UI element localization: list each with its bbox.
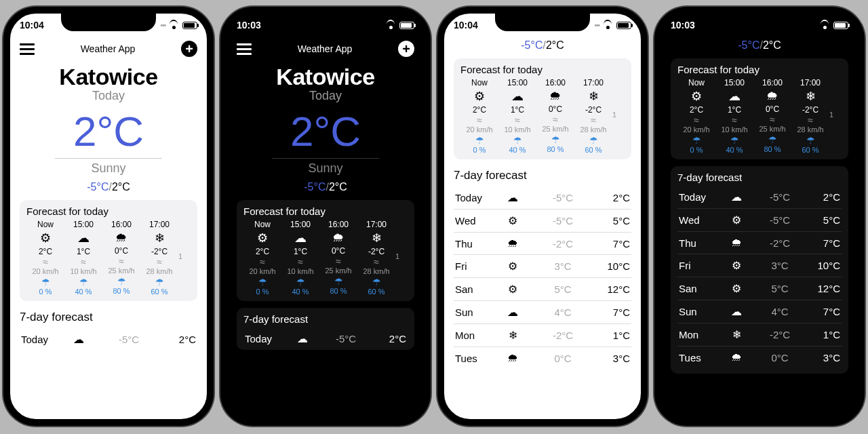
current-temp: 2°C — [237, 107, 414, 155]
umbrella-icon — [319, 276, 357, 287]
day-label: Today — [245, 333, 285, 344]
hour-time: 15:00 — [715, 78, 753, 87]
hour-col[interactable]: 17:00-2°C28 km/h60 % — [140, 220, 178, 296]
daily-row[interactable]: Thu-2°C7°C — [677, 232, 842, 254]
daily-row[interactable]: Tues0°C3°C — [677, 347, 842, 368]
hour-wind: 28 km/h — [574, 125, 612, 134]
hour-wind: 10 km/h — [281, 267, 319, 275]
daily-row[interactable]: Fri3°C10°C — [677, 254, 842, 277]
day-high: 7°C — [596, 238, 630, 250]
daily-row[interactable]: Mon-2°C1°C — [454, 324, 631, 347]
daily-row[interactable]: Today-5°C2°C — [454, 186, 631, 210]
day-label: Mon — [455, 330, 496, 341]
hourly-scroll[interactable]: Now2°C20 km/h0 %15:001°C10 km/h40 %16:00… — [26, 220, 191, 296]
daily-row[interactable]: Thu-2°C7°C — [454, 233, 631, 255]
day-low: -5°C — [96, 334, 162, 345]
hour-rain: 60 % — [140, 288, 178, 296]
hour-wind: 20 km/h — [677, 125, 715, 134]
hour-col[interactable]: 16:000°C25 km/h80 % — [536, 78, 574, 154]
hour-rain: 80 % — [319, 287, 357, 295]
hour-temp: 1°C — [498, 105, 536, 115]
day-label: Today — [679, 191, 719, 203]
hour-col[interactable]: 15:001°C10 km/h40 % — [498, 78, 536, 154]
hour-col[interactable]: 17:00-2°C28 km/h60 % — [574, 78, 612, 154]
battery-icon — [182, 22, 197, 29]
day-label: Wed — [679, 214, 719, 226]
day-high: 5°C — [806, 214, 840, 226]
day-low: 0°C — [753, 352, 806, 363]
daily-row[interactable]: San5°C12°C — [454, 278, 631, 301]
hour-col[interactable]: Now2°C20 km/h0 % — [26, 220, 64, 296]
day-high: 2°C — [806, 191, 840, 203]
daily-row[interactable]: Wed-5°C5°C — [677, 209, 842, 232]
menu-icon[interactable] — [237, 43, 252, 55]
cloud-icon — [281, 231, 319, 245]
rain-icon — [753, 89, 791, 103]
hour-time: Now — [677, 78, 715, 87]
hour-col[interactable]: 16:000°C25 km/h80 % — [102, 220, 140, 296]
hour-temp: -2°C — [791, 105, 829, 115]
day-label: Wed — [455, 215, 496, 226]
wind-icon — [498, 115, 536, 125]
cloud-icon — [285, 332, 319, 345]
hour-col[interactable]: Now2°C20 km/h0 % — [243, 220, 281, 296]
day-high: 7°C — [806, 237, 840, 249]
battery-icon — [616, 22, 631, 29]
add-button[interactable]: + — [398, 41, 414, 57]
hour-col[interactable]: 15:001°C10 km/h40 % — [281, 220, 319, 296]
hourly-scroll[interactable]: Now2°C20 km/h0 %15:001°C10 km/h40 %16:00… — [460, 78, 625, 154]
daily-row[interactable]: Today-5°C2°C — [677, 186, 842, 209]
day-high: 10°C — [806, 260, 840, 271]
hour-time: Now — [26, 220, 64, 229]
hour-rain: 80 % — [536, 145, 574, 153]
day-high: 12°C — [806, 283, 840, 294]
day-high: 7°C — [806, 306, 840, 317]
daily-row[interactable]: Today-5°C2°C — [20, 328, 197, 351]
daily-row[interactable]: Tues0°C3°C — [454, 347, 631, 369]
daily-row[interactable]: Sun4°C7°C — [454, 301, 631, 324]
hourly-scroll[interactable]: Now2°C20 km/h0 %15:001°C10 km/h40 %16:00… — [677, 78, 842, 154]
divider — [55, 158, 161, 159]
day-high: 1°C — [806, 329, 840, 340]
hour-wind: 10 km/h — [498, 125, 536, 134]
clock: 10:04 — [454, 20, 478, 31]
battery-icon — [399, 22, 414, 29]
umbrella-icon — [64, 277, 102, 288]
day-low: -2°C — [530, 330, 596, 341]
daily-row[interactable]: Fri3°C10°C — [454, 255, 631, 278]
hour-time: Now — [243, 220, 281, 229]
daily-row[interactable]: Mon-2°C1°C — [677, 323, 842, 347]
hour-time: 16:00 — [102, 220, 140, 229]
hour-col[interactable]: 17:00-2°C28 km/h60 % — [791, 78, 829, 154]
hour-col[interactable]: 16:000°C25 km/h80 % — [753, 78, 791, 154]
wind-icon — [319, 256, 357, 267]
hour-rain: 40 % — [715, 146, 753, 154]
day-label: Fri — [455, 260, 496, 272]
daily-row[interactable]: Today-5°C2°C — [243, 328, 408, 350]
snow-icon — [574, 89, 612, 104]
add-button[interactable]: + — [181, 41, 197, 57]
umbrella-icon — [677, 135, 715, 146]
cloud-icon — [715, 89, 753, 104]
hour-col[interactable]: 17:00-2°C28 km/h60 % — [357, 220, 395, 296]
hour-wind: 25 km/h — [102, 267, 140, 275]
menu-icon[interactable] — [20, 43, 35, 55]
sun-icon — [719, 214, 753, 226]
daily-row[interactable]: Sun4°C7°C — [677, 300, 842, 323]
hour-col[interactable]: Now2°C20 km/h0 % — [677, 78, 715, 154]
hourly-scroll[interactable]: Now2°C20 km/h0 %15:001°C10 km/h40 %16:00… — [243, 220, 408, 296]
clock: 10:04 — [20, 20, 44, 31]
daily-row[interactable]: San5°C12°C — [677, 277, 842, 300]
snow-icon — [791, 89, 829, 104]
hour-wind: 28 km/h — [140, 267, 178, 275]
hour-col[interactable]: 15:001°C10 km/h40 % — [64, 220, 102, 296]
hour-col[interactable]: 15:001°C10 km/h40 % — [715, 78, 753, 154]
daily-list: Today-5°C2°C — [243, 328, 408, 350]
hour-col[interactable]: Now2°C20 km/h0 % — [460, 78, 498, 154]
hour-col[interactable]: 16:000°C25 km/h80 % — [319, 220, 357, 296]
clock: 10:03 — [237, 20, 261, 31]
hour-time: 16:00 — [536, 78, 574, 87]
hour-time: 17:00 — [140, 220, 178, 229]
daily-row[interactable]: Wed-5°C5°C — [454, 210, 631, 233]
daily-title: 7-day forecast — [20, 311, 197, 324]
